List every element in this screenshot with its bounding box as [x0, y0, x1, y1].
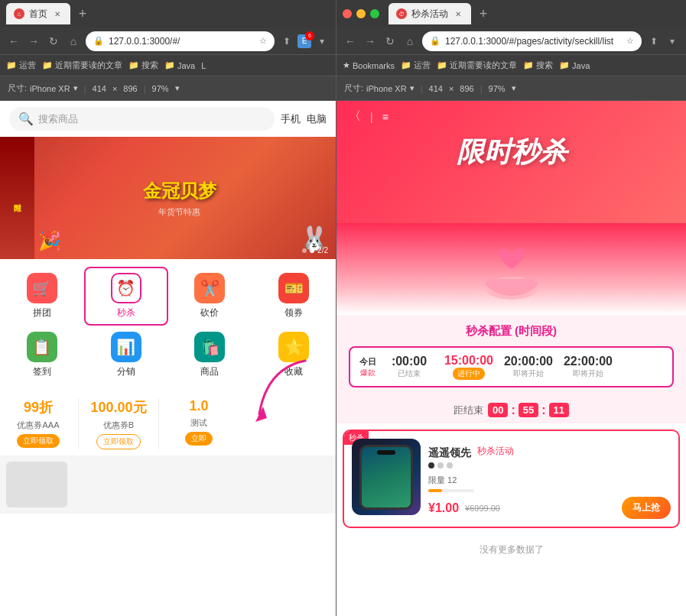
left-search-link-computer[interactable]: 电脑 — [307, 112, 327, 126]
right-buy-btn[interactable]: 马上抢 — [622, 497, 671, 519]
right-price-row: ¥1.00 ¥6999.00 马上抢 — [428, 497, 671, 519]
right-tl-close[interactable] — [343, 9, 352, 18]
right-time-slot-1-time: :00:00 — [392, 355, 427, 368]
left-menu-coupon[interactable]: 🎫 领券 — [252, 267, 336, 326]
right-separator2: | — [480, 84, 483, 93]
right-time-slot-4-time: 22:00:00 — [564, 355, 613, 368]
left-coupon-2-discount: 100.00元 — [90, 398, 146, 417]
right-toolbar-icons: ⬆ ▾ — [646, 34, 680, 49]
left-separator1: | — [84, 84, 86, 93]
left-menu-seckill-icon: ⏰ — [111, 273, 141, 303]
left-extension-icon[interactable]: E 6 — [297, 34, 311, 48]
right-address-bar[interactable]: 🔒 127.0.0.1:3000/#/pages/activity/seckil… — [422, 31, 642, 51]
right-tl-minimize[interactable] — [356, 9, 366, 18]
left-search-input[interactable]: 🔍 搜索商品 — [9, 107, 275, 131]
left-bookmarks-bar: 📁 运营 📁 近期需要读的文章 📁 搜索 📁 Java L — [0, 55, 336, 76]
right-active-tab[interactable]: ⏱ 秒杀活动 ✕ — [389, 3, 471, 24]
left-dot1 — [302, 248, 307, 253]
right-countdown-area: 距结束 00 : 55 : 11 — [336, 397, 686, 423]
right-tab-label: 秒杀活动 — [411, 8, 448, 21]
right-phone-screen — [359, 445, 413, 510]
right-tab-close[interactable]: ✕ — [453, 8, 463, 19]
left-tab-close[interactable]: ✕ — [52, 8, 63, 19]
right-device-selector[interactable]: 尺寸: iPhone XR ▾ — [344, 83, 415, 94]
right-phone-notch — [377, 450, 395, 455]
left-menu-kanjia[interactable]: ✂️ 砍价 — [168, 267, 252, 326]
left-search-link-phone[interactable]: 手机 — [281, 112, 301, 126]
left-coupon-2[interactable]: 100.00元 优惠券B 立即领取 — [88, 398, 149, 449]
right-star-icon[interactable]: ☆ — [626, 36, 634, 46]
left-menu-fenxiao-label: 分销 — [117, 365, 135, 378]
left-share-btn[interactable]: ⬆ — [279, 34, 294, 49]
right-countdown-minutes: 55 — [519, 403, 538, 417]
left-coupon-3[interactable]: 1.0 测试 立即 — [168, 398, 229, 449]
left-coupon-2-btn[interactable]: 立即领取 — [96, 434, 141, 449]
right-countdown-sep2: : — [541, 404, 545, 417]
left-new-tab[interactable]: + — [73, 5, 92, 23]
right-time-slot-3-status: 即将开始 — [513, 368, 544, 379]
left-menu-fenxiao[interactable]: 📊 分销 — [84, 326, 168, 384]
left-coupon-divider2 — [158, 398, 159, 449]
left-star-icon[interactable]: ☆ — [259, 36, 267, 46]
left-device-name: iPhone XR — [30, 84, 70, 93]
left-back-btn[interactable]: ← — [6, 34, 21, 49]
right-device-name: iPhone XR — [366, 84, 407, 93]
left-forward-btn[interactable]: → — [26, 34, 41, 49]
right-time-slot-3[interactable]: 20:00:00 即将开始 — [502, 355, 555, 379]
left-home-btn[interactable]: ⌂ — [66, 34, 81, 49]
right-time-slot-4-status: 即将开始 — [573, 368, 603, 379]
left-bookmark-recent[interactable]: 📁 近期需要读的文章 — [42, 60, 122, 71]
right-time-slot-2[interactable]: 15:00:00 进行中 — [442, 354, 496, 380]
left-coupon-1-name: 优惠券AAA — [17, 420, 59, 431]
right-app-content: 〈 | ≡ 限时秒杀 — [336, 101, 686, 616]
right-time-slot-3-time: 20:00:00 — [504, 355, 553, 368]
right-new-tab[interactable]: + — [474, 5, 493, 23]
right-separator1: | — [421, 84, 423, 93]
right-forward-btn[interactable]: → — [363, 34, 378, 49]
right-back-btn[interactable]: ← — [343, 34, 358, 49]
left-bookmark-search[interactable]: 📁 搜索 — [128, 60, 158, 71]
right-product-name: 遥遥领先 — [428, 446, 471, 460]
left-bookmark-yuying-icon: 📁 — [6, 60, 17, 70]
right-bookmark-search[interactable]: 📁 搜索 — [523, 60, 553, 71]
left-menu-signin[interactable]: 📋 签到 — [0, 326, 84, 384]
left-bookmark-yuying[interactable]: 📁 运营 — [6, 60, 36, 71]
left-menu-grid: 🛒 拼团 ⏰ 秒杀 ✂️ 砍价 🎫 领券 — [0, 259, 336, 392]
left-device-selector[interactable]: 尺寸: iPhone XR ▾ — [8, 83, 78, 94]
left-coupon-1-btn[interactable]: 立即领取 — [17, 434, 60, 448]
right-bookmark-java[interactable]: 📁 Java — [559, 60, 590, 70]
left-menu-favorites[interactable]: ⭐ 收藏 — [252, 326, 336, 384]
right-nav-back[interactable]: 〈 — [349, 109, 361, 125]
right-device-width: 414 — [429, 84, 443, 93]
right-time-slot-1[interactable]: :00:00 已结束 — [382, 355, 436, 379]
left-search-bar: 🔍 搜索商品 手机 电脑 — [0, 101, 336, 137]
left-menu-product[interactable]: 🛍️ 商品 — [168, 326, 252, 384]
left-bookmark-l[interactable]: L — [201, 61, 206, 70]
right-home-btn[interactable]: ⌂ — [402, 34, 418, 49]
right-mobile-viewport: 〈 | ≡ 限时秒杀 — [336, 101, 686, 616]
left-refresh-btn[interactable]: ↻ — [46, 34, 61, 49]
right-stock-bar — [428, 489, 474, 492]
left-coupon-3-btn[interactable]: 立即 — [185, 432, 213, 446]
right-bookmark-recent[interactable]: 📁 近期需要读的文章 — [437, 60, 517, 71]
right-time-slot-4[interactable]: 22:00:00 即将开始 — [561, 355, 615, 379]
left-bookmark-java[interactable]: 📁 Java — [164, 60, 195, 70]
left-coupon-1[interactable]: 99折 优惠券AAA 立即领取 — [8, 398, 69, 449]
left-device-bar: 尺寸: iPhone XR ▾ | 414 × 896 | 97% ▾ — [0, 76, 336, 101]
right-share-btn[interactable]: ⬆ — [646, 34, 662, 49]
right-config-title: 秒杀配置 (时间段) — [349, 324, 674, 339]
left-address-bar[interactable]: 🔒 127.0.0.1:3000/#/ ☆ — [86, 31, 275, 51]
right-nav-menu[interactable]: ≡ — [382, 111, 389, 123]
right-refresh-btn[interactable]: ↻ — [382, 34, 398, 49]
left-more-btn[interactable]: ▾ — [314, 34, 330, 49]
left-bookmark-recent-label: 近期需要读的文章 — [55, 60, 122, 71]
right-tl-maximize[interactable] — [370, 9, 379, 18]
left-menu-seckill[interactable]: ⏰ 秒杀 — [84, 267, 168, 326]
left-menu-pintuan[interactable]: 🛒 拼团 — [0, 267, 84, 326]
right-no-more-data: 没有更多数据了 — [336, 534, 686, 566]
left-active-tab[interactable]: ⌂ 首页 ✕ — [6, 3, 70, 24]
right-bookmark-star[interactable]: ★ Bookmarks — [343, 60, 395, 70]
right-more-btn[interactable]: ▾ — [665, 34, 680, 49]
right-product-section: 秒杀 遥遥领先 秒杀活动 — [343, 430, 680, 528]
right-bookmark-yuying[interactable]: 📁 运营 — [401, 60, 431, 71]
